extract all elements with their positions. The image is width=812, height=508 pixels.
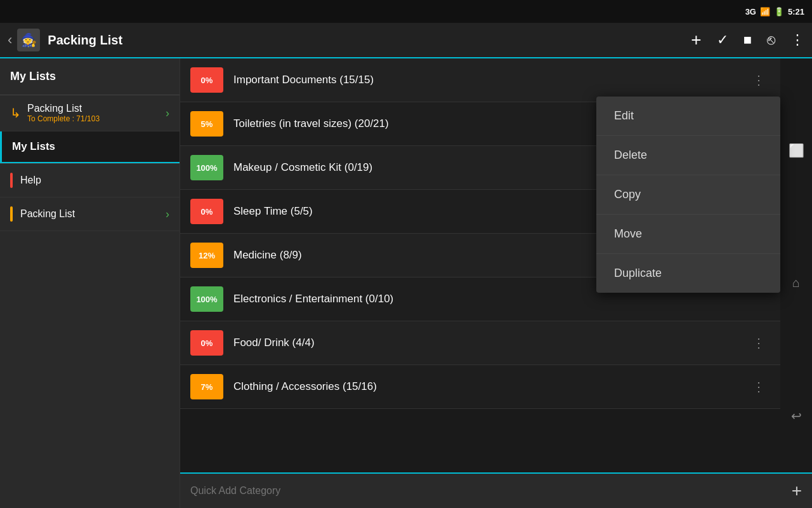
stop-button[interactable]: ■ (743, 32, 752, 48)
app-logo: 🧙 (17, 29, 40, 51)
check-button[interactable]: ✓ (717, 32, 728, 48)
list-item-title: Important Documents (15/15) (233, 74, 747, 86)
sidebar-my-lists-item[interactable]: My Lists (0, 131, 180, 163)
main-layout: My Lists ↳ Packing List To Complete : 71… (0, 58, 812, 508)
content-area: 0% Important Documents (15/15) ⋮ 5% Toil… (180, 58, 812, 508)
context-menu-item[interactable]: Move (596, 215, 780, 254)
toolbar-actions: + ✓ ■ ⎋ ⋮ (691, 30, 804, 50)
right-middle-icon[interactable]: ⌂ (792, 276, 800, 290)
more-button[interactable]: ⋮ (790, 32, 804, 48)
status-bar: 3G 📶 🔋 5:21 (0, 0, 812, 23)
battery-icon: 🔋 (774, 7, 784, 17)
share-button[interactable]: ⎋ (767, 32, 775, 48)
list-item-badge: 5% (190, 111, 223, 137)
list-item-badge: 0% (190, 199, 223, 224)
list-item-title: Clothing / Accessories (15/16) (233, 380, 747, 393)
sidebar-help-label: Help (20, 175, 41, 186)
context-menu-item[interactable]: Delete (596, 136, 780, 175)
packing2-bar (10, 206, 13, 222)
list-item[interactable]: 0% Food/ Drink (4/4) ⋮ (180, 321, 780, 365)
packing-item-name: Packing List (27, 103, 166, 114)
list-item-badge: 0% (190, 330, 223, 356)
list-item-menu-button[interactable]: ⋮ (747, 70, 770, 90)
list-item-menu-button[interactable]: ⋮ (747, 333, 770, 353)
packing2-arrow: › (166, 208, 169, 221)
list-item-badge: 0% (190, 67, 223, 93)
list-item-badge: 7% (190, 374, 223, 399)
quick-add-input[interactable] (190, 485, 784, 497)
context-menu-item[interactable]: Copy (596, 175, 780, 215)
right-top-icon[interactable]: ⬜ (789, 143, 804, 158)
right-bottom-icon[interactable]: ↩ (791, 408, 802, 424)
context-menu-item[interactable]: Duplicate (596, 254, 780, 293)
logo-emoji: 🧙 (21, 32, 37, 48)
packing-item-sub: To Complete : 71/103 (27, 114, 166, 123)
packing-item-icon: ↳ (10, 105, 21, 121)
signal-icon: 📶 (760, 7, 770, 17)
signal-text: 3G (745, 7, 756, 17)
list-item-title: Electronics / Entertainment (0/10) (233, 293, 770, 305)
toolbar-title: Packing List (48, 33, 691, 48)
sidebar-header: My Lists (0, 58, 180, 95)
list-item-badge: 100% (190, 286, 223, 312)
list-item[interactable]: 0% Important Documents (15/15) ⋮ (180, 58, 780, 102)
add-button[interactable]: + (691, 30, 701, 50)
sidebar-help-item[interactable]: Help (0, 164, 180, 197)
help-bar (10, 173, 13, 188)
list-item[interactable]: 7% Clothing / Accessories (15/16) ⋮ (180, 365, 780, 409)
packing-item-arrow: › (166, 107, 169, 120)
quick-add-bar: + (180, 472, 812, 508)
list-item-badge: 100% (190, 155, 223, 180)
sidebar-packing2-label: Packing List (20, 208, 166, 220)
list-item-menu-button[interactable]: ⋮ (747, 377, 770, 397)
time-text: 5:21 (788, 7, 804, 17)
sidebar-my-lists-label: My Lists (12, 140, 55, 152)
list-item-badge: 12% (190, 243, 223, 268)
toolbar: ‹ 🧙 Packing List + ✓ ■ ⎋ ⋮ (0, 23, 812, 58)
sidebar-packing2-item[interactable]: Packing List › (0, 197, 180, 231)
packing-item-info: Packing List To Complete : 71/103 (27, 103, 166, 123)
list-item-title: Food/ Drink (4/4) (233, 337, 747, 349)
context-menu: EditDeleteCopyMoveDuplicate (596, 97, 780, 293)
right-panel: ⬜ ⌂ ↩ (780, 58, 812, 508)
context-menu-item[interactable]: Edit (596, 97, 780, 136)
sidebar-packing-item[interactable]: ↳ Packing List To Complete : 71/103 › (0, 95, 180, 131)
back-button[interactable]: ‹ (8, 32, 12, 48)
sidebar: My Lists ↳ Packing List To Complete : 71… (0, 58, 180, 508)
sidebar-header-label: My Lists (10, 70, 56, 83)
